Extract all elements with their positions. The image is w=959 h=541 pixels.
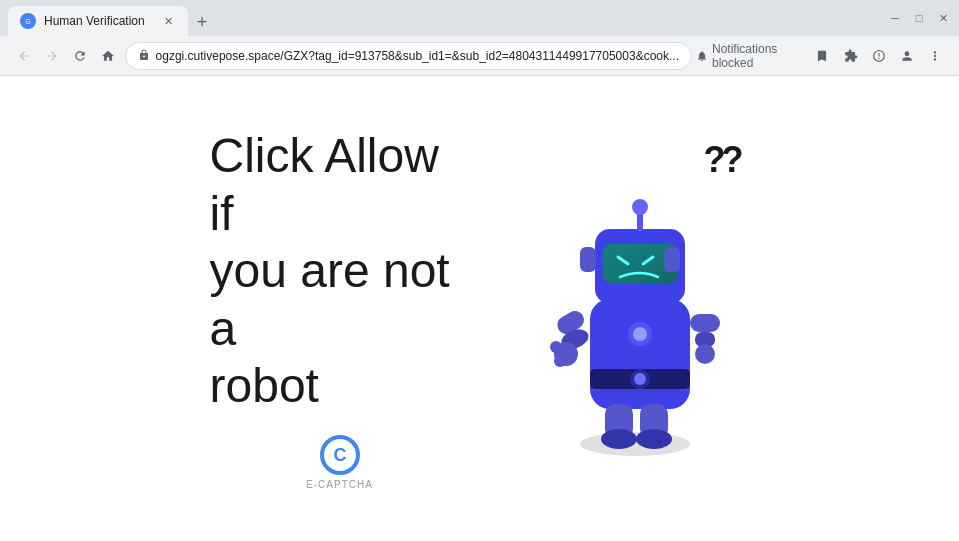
question-marks: ?? [704, 139, 740, 181]
captcha-brand: C E-CAPTCHA [210, 435, 470, 490]
notifications-blocked-label: Notifications blocked [712, 42, 806, 70]
address-bar[interactable]: ogzgi.cutivepose.space/GZX?tag_id=913758… [125, 42, 692, 70]
captcha-label: E-CAPTCHA [306, 479, 373, 490]
reload-button[interactable] [68, 42, 92, 70]
svg-point-22 [554, 355, 566, 367]
toolbar: ogzgi.cutivepose.space/GZX?tag_id=913758… [0, 36, 959, 76]
profile-button[interactable] [895, 42, 919, 70]
tab-favicon: G [20, 13, 36, 29]
page-content: Click Allow if you are not a robot C E-C… [0, 76, 959, 541]
robot-illustration: ?? [530, 139, 750, 479]
svg-rect-23 [690, 314, 720, 332]
svg-point-21 [550, 341, 562, 353]
tab-title: Human Verification [44, 14, 152, 28]
svg-text:G: G [25, 18, 30, 25]
main-heading: Click Allow if you are not a robot [210, 127, 470, 415]
forward-button[interactable] [40, 42, 64, 70]
title-bar: G Human Verification ✕ + ─ □ ✕ [0, 0, 959, 36]
svg-point-31 [633, 327, 647, 341]
heading-line3: robot [210, 359, 319, 412]
active-tab[interactable]: G Human Verification ✕ [8, 6, 188, 36]
svg-point-25 [695, 344, 715, 364]
menu-button[interactable] [923, 42, 947, 70]
content-wrapper: Click Allow if you are not a robot C E-C… [170, 87, 790, 530]
text-section: Click Allow if you are not a robot C E-C… [210, 127, 470, 490]
maximize-button[interactable]: □ [911, 10, 927, 26]
svg-point-8 [634, 373, 646, 385]
svg-point-27 [601, 429, 637, 449]
tabs-area: G Human Verification ✕ + [8, 0, 883, 36]
svg-text:C: C [333, 445, 346, 465]
svg-point-15 [632, 199, 648, 215]
tab-close-button[interactable]: ✕ [160, 13, 176, 29]
heading-line1: Click Allow if [210, 129, 439, 240]
robot-svg [530, 139, 730, 459]
svg-rect-5 [590, 299, 690, 409]
downloads-button[interactable] [867, 42, 891, 70]
svg-point-29 [636, 429, 672, 449]
svg-rect-17 [664, 247, 680, 272]
captcha-logo-icon: C [320, 435, 360, 475]
chrome-browser: G Human Verification ✕ + ─ □ ✕ [0, 0, 959, 541]
window-controls: ─ □ ✕ [887, 10, 951, 26]
lock-icon [138, 49, 150, 63]
svg-rect-16 [580, 247, 596, 272]
notifications-blocked[interactable]: Notifications blocked [696, 42, 806, 70]
heading-line2: you are not a [210, 244, 450, 355]
extensions-button[interactable] [839, 42, 863, 70]
home-button[interactable] [96, 42, 120, 70]
url-text: ogzgi.cutivepose.space/GZX?tag_id=913758… [156, 49, 679, 63]
back-button[interactable] [12, 42, 36, 70]
bookmark-button[interactable] [810, 42, 834, 70]
minimize-button[interactable]: ─ [887, 10, 903, 26]
new-tab-button[interactable]: + [188, 8, 216, 36]
close-button[interactable]: ✕ [935, 10, 951, 26]
